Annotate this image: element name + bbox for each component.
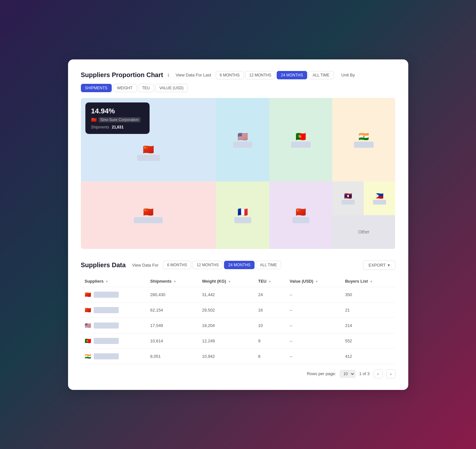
export-button[interactable]: EXPORT ▾: [363, 260, 395, 270]
buyers-val-0[interactable]: 350: [341, 287, 395, 302]
cell4-name: [354, 142, 374, 148]
tree-cell-9[interactable]: 🇵🇭: [364, 181, 395, 215]
value-sort-icon: ▾: [316, 280, 317, 283]
supplier-name-4: [94, 353, 119, 359]
cell7-flag: 🇨🇳: [296, 207, 306, 217]
cell6-name: [234, 217, 251, 223]
supplier-cell-4: 🇮🇳: [81, 348, 147, 364]
data-section: Suppliers Data View Data For 6 MONTHS 12…: [81, 260, 395, 378]
cell1-flag: 🇨🇳: [137, 144, 160, 155]
cell9-flag: 🇵🇭: [376, 192, 384, 200]
value-val-1: --: [286, 302, 341, 318]
supplier-name-2: [94, 322, 119, 329]
cell9-name: [373, 200, 386, 205]
treemap: 14.94% 🇨🇳 Sino-Sure Corporation Shipment…: [81, 98, 395, 249]
tooltip-name: Sino-Sure Corporation: [99, 117, 141, 122]
cell6-flag: 🇫🇷: [238, 207, 248, 217]
th-value[interactable]: Value (USD) ▾: [286, 276, 341, 287]
supplier-cell-2: 🇺🇸: [81, 318, 147, 333]
teu-sort-icon: ▾: [269, 280, 271, 283]
chart-btn-12m[interactable]: 12 MONTHS: [245, 71, 276, 79]
rows-per-page-select[interactable]: 10 25 50: [340, 370, 355, 378]
table-row: 🇵🇹 10,614 12,249 9 -- 552: [81, 333, 395, 348]
weight-val-3: 12,249: [198, 333, 255, 348]
buyers-val-3[interactable]: 552: [341, 333, 395, 348]
chart-btn-shipments[interactable]: SHIPMENTS: [81, 84, 112, 92]
prev-page-button[interactable]: ‹: [374, 369, 383, 378]
tree-cell-right-bottom: 🇱🇦 🇵🇭 Other: [332, 181, 395, 249]
export-label: EXPORT: [368, 263, 385, 268]
pagination: Rows per page: 10 25 50 1 of 3 ‹ ›: [81, 369, 395, 378]
weight-val-4: 10,942: [198, 348, 255, 364]
th-shipments[interactable]: Shipments ▾: [146, 276, 198, 287]
table-row: 🇨🇳 280,430 31,442 24 -- 350: [81, 287, 395, 302]
supplier-flag-1: 🇨🇳: [85, 307, 91, 313]
teu-val-0: 24: [254, 287, 286, 302]
th-teu[interactable]: TEU ▾: [254, 276, 286, 287]
data-btn-24m[interactable]: 24 MONTHS: [224, 261, 255, 269]
cell2-name: [233, 142, 253, 148]
th-weight[interactable]: Weight (KG) ▾: [198, 276, 255, 287]
chart-btn-24m[interactable]: 24 MONTHS: [277, 71, 307, 79]
main-card: Suppliers Proportion Chart ℹ View Data F…: [68, 59, 408, 390]
tree-cell-3[interactable]: 🇵🇹: [269, 98, 332, 181]
buyers-val-4[interactable]: 412: [341, 348, 395, 364]
tree-cell-7[interactable]: 🇨🇳: [269, 181, 332, 249]
cell3-flag: 🇵🇹: [296, 132, 306, 142]
shipments-val-1: 62,154: [146, 302, 198, 318]
data-title: Suppliers Data: [81, 261, 126, 269]
shipments-val-2: 17,549: [146, 318, 198, 333]
teu-val-1: 16: [254, 302, 286, 318]
chart-unit-label: Unit By: [342, 73, 355, 77]
tree-cell-8[interactable]: 🇱🇦: [332, 181, 364, 215]
data-btn-12m[interactable]: 12 MONTHS: [193, 261, 223, 269]
chart-btn-value-usd[interactable]: VALUE (USD): [155, 84, 188, 92]
cell1-name: [137, 155, 160, 161]
tooltip-flag: 🇨🇳: [91, 117, 97, 122]
th-buyers[interactable]: Buyers List ▾: [341, 276, 395, 287]
chart-btn-teu[interactable]: TEU: [138, 84, 154, 92]
suppliers-sort-icon: ▾: [106, 280, 108, 283]
tree-cell-2[interactable]: 🇺🇸: [216, 98, 270, 181]
buyers-val-1[interactable]: 21: [341, 302, 395, 318]
supplier-flag-3: 🇵🇹: [85, 338, 91, 344]
tooltip-supplier: 🇨🇳 Sino-Sure Corporation: [91, 117, 144, 122]
tree-cell-6[interactable]: 🇫🇷: [216, 181, 270, 249]
value-val-3: --: [286, 333, 341, 348]
shipments-sort-icon: ▾: [174, 280, 176, 283]
data-time-btn-group: 6 MONTHS 12 MONTHS 24 MONTHS ALL TIME: [163, 261, 281, 269]
chart-btn-6m[interactable]: 6 MONTHS: [216, 71, 244, 79]
tree-cell-other: Other: [332, 215, 395, 249]
chart-info-icon[interactable]: ℹ: [168, 73, 169, 78]
cell8-name: [342, 200, 355, 205]
other-label: Other: [358, 229, 369, 234]
chart-btn-alltime[interactable]: ALL TIME: [308, 71, 334, 79]
buyers-val-2[interactable]: 214: [341, 318, 395, 333]
chart-btn-weight[interactable]: WEIGHT: [113, 84, 137, 92]
table-header-row: Suppliers ▾ Shipments ▾ Weight (KG) ▾ TE…: [81, 276, 395, 287]
shipments-val-3: 10,614: [146, 333, 198, 348]
data-btn-6m[interactable]: 6 MONTHS: [163, 261, 191, 269]
value-val-4: --: [286, 348, 341, 364]
table-row: 🇨🇳 62,154 29,502 16 -- 21: [81, 302, 395, 318]
tooltip-percent: 14.94%: [91, 107, 144, 115]
cell3-name: [291, 142, 311, 148]
chart-view-label: View Data For Last: [176, 73, 211, 77]
supplier-flag-2: 🇺🇸: [85, 322, 91, 329]
tooltip-shipments-row: Shipments 21,631: [91, 125, 144, 129]
weight-val-0: 31,442: [198, 287, 255, 302]
tooltip-shipments-label: Shipments: [91, 125, 109, 129]
tree-cell-1[interactable]: 14.94% 🇨🇳 Sino-Sure Corporation Shipment…: [81, 98, 216, 181]
chart-unit-btn-group: SHIPMENTS WEIGHT TEU VALUE (USD): [81, 84, 188, 92]
shipments-val-4: 8,051: [146, 348, 198, 364]
tree-cell-5[interactable]: 🇨🇳: [81, 181, 216, 249]
th-suppliers[interactable]: Suppliers ▾: [81, 276, 147, 287]
cell4-flag: 🇮🇳: [359, 132, 369, 142]
tooltip-shipments-value: 21,631: [112, 125, 124, 129]
export-chevron-icon: ▾: [388, 263, 390, 268]
shipments-val-0: 280,430: [146, 287, 198, 302]
next-page-button[interactable]: ›: [386, 369, 395, 378]
buyers-sort-icon: ▾: [370, 280, 372, 283]
tree-cell-4[interactable]: 🇮🇳: [332, 98, 395, 181]
data-btn-alltime[interactable]: ALL TIME: [256, 261, 281, 269]
